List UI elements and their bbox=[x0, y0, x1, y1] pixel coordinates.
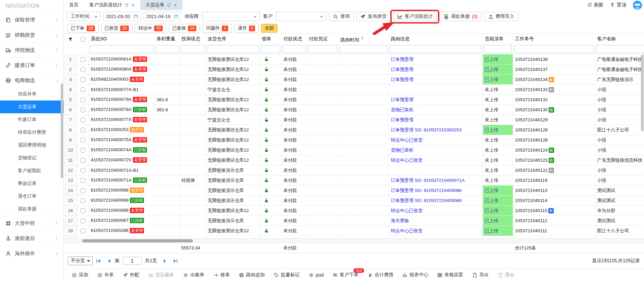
sidebar-item-电商物流[interactable]: 电商物流 bbox=[0, 73, 63, 88]
route-info-link[interactable]: 订单预受理 bbox=[391, 67, 414, 72]
column-filter-input-volume[interactable] bbox=[156, 45, 178, 53]
sidebar-subitem-供应补单[interactable]: 供应补单 bbox=[0, 88, 63, 101]
column-filter-input-voucher[interactable] bbox=[308, 45, 337, 53]
status-filter-转运中[interactable]: 转运中 70 bbox=[135, 24, 166, 33]
status-filter-已下单[interactable]: 已下单 29 bbox=[67, 24, 99, 33]
status-filter-问题件[interactable]: 问题件 1 bbox=[202, 24, 232, 33]
date-from-input[interactable]: 2021-03-20 bbox=[103, 12, 141, 21]
pin-top-button[interactable]: 置顶 bbox=[610, 2, 626, 8]
footer-action-pod[interactable]: pod bbox=[309, 272, 324, 278]
column-header-付款凭证[interactable]: 付款凭证 bbox=[307, 34, 338, 44]
row-checkbox[interactable] bbox=[81, 57, 85, 62]
sidebar-subitem-待审应付费用[interactable]: 待审应付费用 bbox=[0, 126, 63, 139]
box-list-cell[interactable]: 已上传 bbox=[483, 216, 513, 226]
box-list-cell[interactable]: 已上传 bbox=[483, 196, 513, 206]
route-info-link[interactable]: 货物已装柜 bbox=[391, 148, 414, 153]
tab-refresh-icon[interactable] bbox=[125, 3, 129, 7]
row-checkbox[interactable] bbox=[81, 198, 85, 203]
lock-open-icon[interactable] bbox=[264, 188, 269, 193]
row-checkbox[interactable] bbox=[81, 77, 85, 82]
vertical-scrollbar[interactable] bbox=[641, 55, 644, 131]
row-checkbox[interactable] bbox=[81, 87, 85, 92]
status-filter-全部[interactable]: 全部 bbox=[261, 24, 278, 33]
column-filter-input-so[interactable] bbox=[90, 45, 153, 53]
column-filter-input-lock[interactable] bbox=[261, 45, 280, 53]
lock-open-icon[interactable] bbox=[264, 77, 269, 82]
row-checkbox[interactable] bbox=[81, 138, 85, 143]
route-info-link[interactable]: 订单预受理 bbox=[391, 117, 414, 122]
row-checkbox[interactable] bbox=[81, 178, 85, 183]
box-list-cell[interactable]: 已上传 bbox=[483, 65, 513, 75]
route-info-link[interactable]: 海关查验 bbox=[391, 218, 409, 223]
sidebar-subitem-货物登记[interactable]: 货物登记 bbox=[0, 152, 63, 164]
row-checkbox[interactable] bbox=[81, 168, 85, 173]
sort-icon[interactable] bbox=[361, 35, 364, 41]
sidebar-subitem-请款单据[interactable]: 请款单据 bbox=[0, 203, 63, 215]
route-info-link[interactable]: 转运中心已收货 bbox=[391, 208, 423, 213]
column-filter-input-route_time[interactable] bbox=[340, 45, 388, 53]
sidebar-subitem-大货运单[interactable]: 大货运单 bbox=[0, 101, 63, 113]
route-info-link[interactable]: 订单预受理 bbox=[391, 57, 414, 62]
sidebar-subitem-客户超期款[interactable]: 客户超期款 bbox=[0, 164, 63, 177]
lock-open-icon[interactable] bbox=[264, 148, 269, 153]
lock-open-icon[interactable] bbox=[264, 107, 269, 112]
first-page-icon[interactable] bbox=[96, 258, 101, 264]
费用导入-button[interactable]: 费用导入 bbox=[484, 12, 518, 21]
box-list-cell[interactable]: 已上传 bbox=[483, 54, 513, 65]
lock-open-icon[interactable] bbox=[264, 218, 269, 223]
lock-open-icon[interactable] bbox=[264, 168, 269, 173]
column-filter-input-box[interactable] bbox=[484, 45, 512, 53]
box-list-cell[interactable]: 已上传 bbox=[483, 125, 513, 135]
lock-open-icon[interactable] bbox=[264, 208, 269, 213]
box-list-cell[interactable]: 已上传 bbox=[483, 186, 513, 196]
column-header-锁单[interactable]: 锁单 bbox=[260, 34, 281, 44]
route-info-link[interactable]: 转运中心已收货 bbox=[391, 158, 423, 163]
sidebar-item-拼舱拼货[interactable]: 拼舱拼货 bbox=[0, 27, 63, 42]
sidebar-subitem-退回费用明细[interactable]: 退回费用明细 bbox=[0, 139, 63, 152]
lock-open-icon[interactable] bbox=[264, 57, 269, 62]
route-info-link[interactable]: 订单预受理 bbox=[391, 77, 414, 82]
row-checkbox[interactable] bbox=[81, 208, 85, 213]
column-header-货箱清单[interactable]: 货箱清单 bbox=[483, 34, 513, 44]
route-info-link[interactable]: 订单预受理 SO: 810537210300253 bbox=[391, 127, 462, 132]
查询-button[interactable]: 查询 bbox=[329, 12, 354, 21]
lock-open-icon[interactable] bbox=[264, 117, 269, 122]
column-header-工作单号[interactable]: 工作单号 bbox=[513, 34, 595, 44]
lock-open-icon[interactable] bbox=[264, 178, 269, 183]
column-filter-input-route_info[interactable] bbox=[390, 45, 482, 53]
footer-action-导出[interactable]: 导出 bbox=[472, 272, 489, 278]
column-header-路由信息[interactable]: 路由信息 bbox=[389, 34, 483, 44]
footer-action-出账单[interactable]: 出账单 bbox=[183, 272, 204, 278]
page-size-select[interactable]: 不分页 bbox=[68, 256, 93, 265]
column-filter-input-warehouse[interactable] bbox=[207, 45, 259, 53]
请款单据-button[interactable]: 请款单据 [0] bbox=[440, 12, 482, 21]
lock-open-icon[interactable] bbox=[264, 198, 269, 203]
footer-action-路由追加[interactable]: 路由追加 bbox=[239, 272, 265, 278]
footer-action-移单[interactable]: 移单 bbox=[213, 272, 230, 278]
row-checkbox[interactable] bbox=[81, 97, 85, 102]
tab-close-icon[interactable] bbox=[131, 3, 135, 7]
row-checkbox[interactable] bbox=[81, 108, 85, 112]
row-checkbox[interactable] bbox=[81, 148, 85, 153]
last-page-icon[interactable] bbox=[173, 258, 178, 264]
lock-open-icon[interactable] bbox=[264, 228, 269, 233]
column-header-投保状态[interactable]: 投保状态 bbox=[179, 34, 205, 44]
sidebar-item-建准订单[interactable]: 建准订单 bbox=[0, 57, 63, 73]
footer-action-补录[interactable]: 补录 bbox=[97, 272, 114, 278]
status-filter-已签收[interactable]: 已签收 10 bbox=[169, 24, 200, 33]
time-field-select[interactable]: 工作时间 bbox=[67, 12, 101, 21]
row-checkbox[interactable] bbox=[81, 67, 85, 72]
horizontal-scrollbar-thumb[interactable] bbox=[82, 239, 193, 242]
footer-action-合计费用[interactable]: ¥合计费用 bbox=[367, 272, 393, 278]
footer-action-外配[interactable]: 外配 bbox=[123, 272, 139, 278]
prev-page-icon[interactable] bbox=[106, 258, 111, 264]
footer-action-客户下单[interactable]: 客户下单 312 bbox=[333, 272, 358, 278]
tab-首页[interactable]: 首页 bbox=[64, 0, 84, 10]
box-list-cell[interactable]: 已上传 bbox=[483, 226, 513, 236]
sidebar-item-保险管理[interactable]: 保险管理 bbox=[0, 12, 63, 27]
refresh-button[interactable]: 刷新 bbox=[587, 2, 603, 8]
sidebar-scrollbar[interactable] bbox=[61, 83, 63, 178]
lock-open-icon[interactable] bbox=[264, 137, 269, 143]
supplier-select[interactable] bbox=[202, 12, 260, 21]
sidebar-subitem-作废订单[interactable]: 作废订单 bbox=[0, 113, 63, 126]
